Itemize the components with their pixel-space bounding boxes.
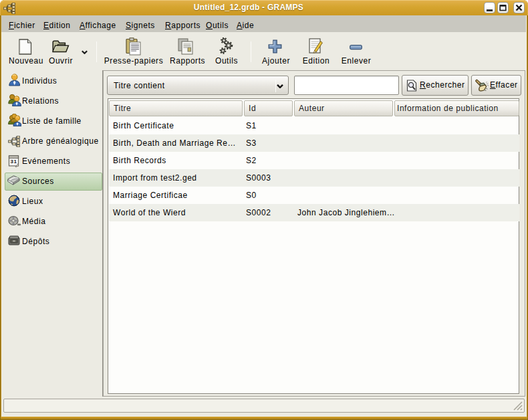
svg-text:31: 31 bbox=[11, 159, 17, 165]
